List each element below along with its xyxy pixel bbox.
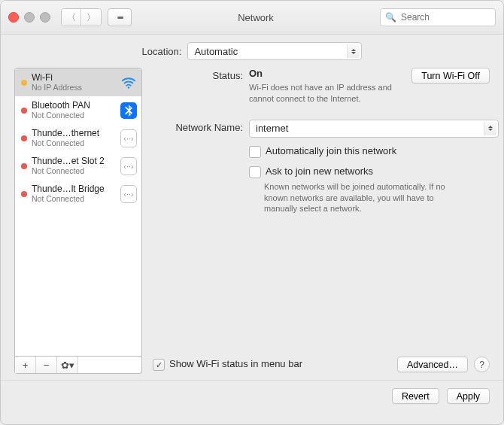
sidebar-item-thunderbolt-3[interactable]: Thunde…lt Bridge Not Connected ‹··› bbox=[15, 180, 141, 208]
sidebar-item-name: Thunde…thernet bbox=[32, 129, 116, 139]
sidebar-toolbar: + − ✿▾ bbox=[14, 357, 142, 374]
location-row: Location: Automatic bbox=[1, 35, 503, 68]
auto-join-row: Automatically join this network Ask to j… bbox=[153, 142, 490, 215]
ethernet-icon: ‹··› bbox=[120, 130, 137, 147]
minimize-icon bbox=[24, 12, 35, 23]
sidebar-item-status: Not Connected bbox=[32, 111, 116, 120]
sidebar-item-thunderbolt-2[interactable]: Thunde…et Slot 2 Not Connected ‹··› bbox=[15, 152, 141, 180]
show-menubar-label: Show Wi-Fi status in menu bar bbox=[169, 358, 302, 369]
body: Wi-Fi No IP Address Bluetooth PAN Not Co… bbox=[1, 68, 503, 380]
sidebar-item-name: Bluetooth PAN bbox=[32, 101, 116, 111]
revert-button[interactable]: Revert bbox=[392, 388, 439, 404]
sidebar-item-name: Thunde…lt Bridge bbox=[32, 184, 116, 195]
status-dot-icon bbox=[21, 135, 27, 141]
status-dot-icon bbox=[21, 108, 27, 114]
sidebar-item-status: No IP Address bbox=[32, 83, 116, 92]
apply-button[interactable]: Apply bbox=[447, 388, 490, 404]
nav-back-forward: 〈 〉 bbox=[61, 8, 102, 26]
sidebar-item-wifi[interactable]: Wi-Fi No IP Address bbox=[15, 68, 141, 96]
status-hint: Wi-Fi does not have an IP address and ca… bbox=[249, 82, 402, 105]
sidebar-item-status: Not Connected bbox=[32, 138, 116, 147]
location-select[interactable]: Automatic bbox=[187, 42, 362, 60]
search-input[interactable] bbox=[399, 11, 504, 23]
remove-interface-button[interactable]: − bbox=[36, 357, 57, 373]
status-dot-icon bbox=[21, 163, 27, 169]
menubar-row: Show Wi-Fi status in menu bar Advanced… … bbox=[153, 355, 490, 374]
close-icon[interactable] bbox=[8, 12, 19, 23]
chevron-updown-icon bbox=[347, 44, 360, 58]
status-value: On bbox=[249, 68, 402, 79]
show-all-button[interactable]: ▪▪▪ bbox=[108, 8, 132, 26]
location-value: Automatic bbox=[194, 46, 238, 57]
sidebar-item-name: Thunde…et Slot 2 bbox=[32, 156, 116, 167]
add-interface-button[interactable]: + bbox=[15, 357, 36, 373]
chevron-right-icon: 〉 bbox=[87, 11, 96, 24]
sidebar-item-text: Thunde…lt Bridge Not Connected bbox=[32, 184, 116, 204]
traffic-lights bbox=[8, 12, 50, 23]
search-icon: 🔍 bbox=[385, 12, 396, 23]
sidebar-item-status: Not Connected bbox=[32, 166, 116, 175]
chevron-left-icon: 〈 bbox=[67, 11, 76, 24]
search-field[interactable]: 🔍 bbox=[380, 8, 496, 26]
network-name-row: Network Name: internet bbox=[153, 120, 490, 138]
auto-join-checkbox-row[interactable]: Automatically join this network bbox=[249, 145, 490, 158]
network-name-label: Network Name: bbox=[153, 120, 249, 133]
bluetooth-icon bbox=[120, 102, 137, 119]
advanced-button[interactable]: Advanced… bbox=[397, 357, 468, 372]
sidebar-item-name: Wi-Fi bbox=[32, 73, 116, 83]
window-title: Network bbox=[138, 12, 374, 23]
checkbox-icon[interactable] bbox=[249, 146, 261, 158]
network-name-select[interactable]: internet bbox=[249, 120, 499, 138]
chevron-updown-icon bbox=[484, 122, 496, 135]
show-menubar-checkbox-row[interactable]: Show Wi-Fi status in menu bar bbox=[153, 358, 302, 371]
ask-join-label: Ask to join new networks bbox=[266, 165, 373, 177]
ask-join-checkbox-row[interactable]: Ask to join new networks bbox=[249, 165, 490, 178]
wifi-icon bbox=[120, 74, 137, 91]
help-button[interactable]: ? bbox=[474, 357, 490, 372]
status-dot-icon bbox=[21, 80, 27, 86]
back-button[interactable]: 〈 bbox=[62, 9, 81, 26]
network-name-value: internet bbox=[256, 123, 288, 134]
sidebar-item-thunderbolt-1[interactable]: Thunde…thernet Not Connected ‹··› bbox=[15, 124, 141, 152]
auto-join-label: Automatically join this network bbox=[266, 145, 396, 156]
sidebar-item-text: Wi-Fi No IP Address bbox=[32, 73, 116, 93]
sidebar-item-text: Thunde…et Slot 2 Not Connected bbox=[32, 156, 116, 176]
status-dot-icon bbox=[21, 191, 27, 197]
turn-wifi-off-button[interactable]: Turn Wi-Fi Off bbox=[411, 68, 490, 83]
checkbox-icon[interactable] bbox=[249, 166, 261, 178]
ethernet-icon: ‹··› bbox=[120, 186, 137, 202]
sidebar-item-text: Thunde…thernet Not Connected bbox=[32, 129, 116, 148]
svg-point-0 bbox=[128, 87, 130, 89]
checkbox-checked-icon[interactable] bbox=[153, 359, 165, 371]
ethernet-icon: ‹··› bbox=[120, 158, 137, 175]
footer: Revert Apply bbox=[1, 380, 503, 414]
interface-actions-button[interactable]: ✿▾ bbox=[57, 357, 78, 373]
location-label: Location: bbox=[142, 46, 182, 57]
status-label: Status: bbox=[153, 68, 249, 81]
sidebar-item-status: Not Connected bbox=[32, 194, 116, 203]
interfaces-sidebar: Wi-Fi No IP Address Bluetooth PAN Not Co… bbox=[14, 68, 142, 357]
zoom-icon bbox=[40, 12, 50, 23]
status-row: Status: On Wi-Fi does not have an IP add… bbox=[153, 68, 490, 105]
grid-icon: ▪▪▪ bbox=[117, 12, 123, 23]
ask-join-hint: Known networks will be joined automatica… bbox=[249, 181, 467, 215]
forward-button[interactable]: 〉 bbox=[81, 9, 101, 26]
sidebar-item-bluetooth[interactable]: Bluetooth PAN Not Connected bbox=[15, 96, 141, 124]
titlebar: 〈 〉 ▪▪▪ Network 🔍 bbox=[1, 1, 503, 35]
preferences-window: 〈 〉 ▪▪▪ Network 🔍 Location: Automatic bbox=[0, 0, 504, 425]
detail-pane: Status: On Wi-Fi does not have an IP add… bbox=[153, 68, 490, 374]
sidebar-item-text: Bluetooth PAN Not Connected bbox=[32, 101, 116, 120]
toolbar-spacer bbox=[78, 357, 141, 373]
sidebar-area: Wi-Fi No IP Address Bluetooth PAN Not Co… bbox=[14, 68, 142, 374]
